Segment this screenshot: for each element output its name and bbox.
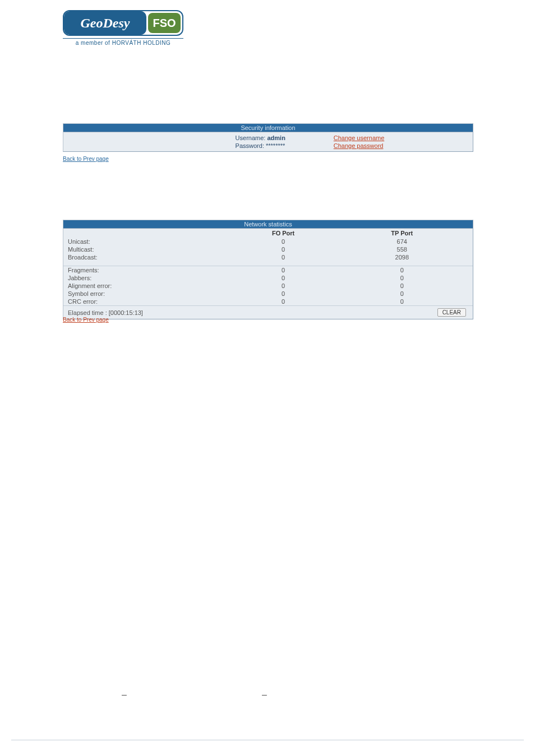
row-label: Broadcast: xyxy=(63,253,236,261)
cell-fo: 0 xyxy=(236,274,331,282)
cell-tp: 0 xyxy=(331,282,473,290)
logo-badge: FSO xyxy=(148,13,181,33)
table-row: Alignment error: 0 0 xyxy=(63,282,473,290)
row-label: Multicast: xyxy=(63,245,236,253)
password-label: Password: xyxy=(236,142,264,149)
footer-divider xyxy=(11,740,524,740)
table-row: Multicast: 0 558 xyxy=(63,245,473,253)
username-label: Username: xyxy=(236,134,266,141)
cell-fo: 0 xyxy=(236,238,331,245)
cell-fo: 0 xyxy=(236,253,331,261)
logo-main-text: GeoDesy xyxy=(64,11,146,35)
row-label: Unicast: xyxy=(63,238,236,245)
security-panel: Security information Username: admin Pas… xyxy=(63,123,473,152)
cell-tp: 674 xyxy=(331,238,473,245)
security-credentials: Username: admin Password: ******** xyxy=(236,134,334,150)
dash-1: – xyxy=(122,690,127,700)
logo-top: GeoDesy FSO xyxy=(63,10,183,36)
table-row: Jabbers: 0 0 xyxy=(63,274,473,282)
back-to-prev-link-2[interactable]: Back to Prev page xyxy=(63,317,109,323)
table-row: Symbol error: 0 0 xyxy=(63,290,473,298)
network-stats-table: FO Port TP Port Unicast: 0 674 Multicast… xyxy=(63,229,473,319)
table-row: CRC error: 0 0 xyxy=(63,298,473,306)
row-label: Fragments: xyxy=(63,266,236,275)
username-value: admin xyxy=(267,134,285,141)
cell-tp: 0 xyxy=(331,298,473,306)
cell-tp: 0 xyxy=(331,274,473,282)
cell-fo: 0 xyxy=(236,266,331,275)
password-value: ******** xyxy=(266,142,285,149)
change-username-link[interactable]: Change username xyxy=(334,134,473,142)
security-panel-title: Security information xyxy=(63,124,473,132)
cell-tp: 558 xyxy=(331,245,473,253)
dash-2: – xyxy=(262,690,267,700)
row-label: Jabbers: xyxy=(63,274,236,282)
clear-button[interactable]: CLEAR xyxy=(437,308,466,317)
cell-fo: 0 xyxy=(236,298,331,306)
cell-fo: 0 xyxy=(236,290,331,298)
table-row: Unicast: 0 674 xyxy=(63,238,473,245)
row-label: Symbol error: xyxy=(63,290,236,298)
col-tp-port: TP Port xyxy=(331,229,473,238)
col-fo-port: FO Port xyxy=(236,229,331,238)
cell-tp: 2098 xyxy=(331,253,473,261)
back-to-prev-link-1[interactable]: Back to Prev page xyxy=(63,156,109,162)
network-panel-title: Network statistics xyxy=(63,220,473,229)
row-label: Alignment error: xyxy=(63,282,236,290)
cell-fo: 0 xyxy=(236,282,331,290)
network-panel: Network statistics FO Port TP Port Unica… xyxy=(63,220,473,319)
logo: GeoDesy FSO a member of HORVÁTH HOLDING xyxy=(63,10,183,46)
row-label: CRC error: xyxy=(63,298,236,306)
logo-subtitle: a member of HORVÁTH HOLDING xyxy=(63,38,183,46)
cell-tp: 0 xyxy=(331,266,473,275)
table-row: Broadcast: 0 2098 xyxy=(63,253,473,261)
cell-tp: 0 xyxy=(331,290,473,298)
cell-fo: 0 xyxy=(236,245,331,253)
change-password-link[interactable]: Change password xyxy=(334,142,473,150)
table-row: Fragments: 0 0 xyxy=(63,266,473,275)
